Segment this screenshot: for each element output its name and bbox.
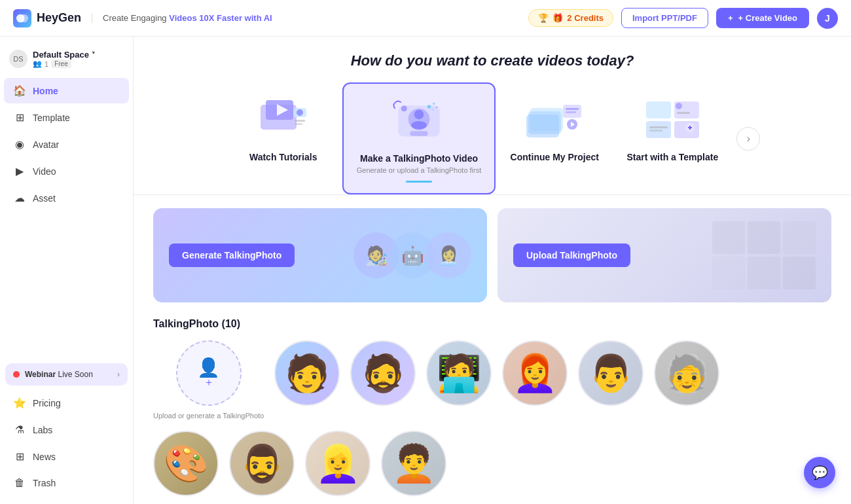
workspace-info: Default Space ˅ 👥 1 Free [33,50,124,68]
cards-next-arrow[interactable]: › [736,127,760,151]
home-label: Home [33,86,58,96]
nav-bottom: ⭐ Pricing ⚗ Labs ⊞ News 🗑 Trash [0,389,133,496]
upload-talkingphoto-card[interactable]: Upload TalkingPhoto [498,208,831,302]
trash-label: Trash [33,478,56,488]
plus-icon: + [728,13,733,23]
import-button[interactable]: Import PPT/PDF [621,8,708,28]
avatar-emoji-1: 🧑 [285,352,330,395]
credits-count: 2 Credits [567,13,604,23]
card-continue-project[interactable]: Continue My Project [496,82,613,173]
svg-point-16 [431,109,434,111]
webinar-text: Webinar Live Soon [25,370,112,379]
news-icon: ⊞ [13,450,26,463]
svg-rect-23 [566,108,579,110]
sidebar-item-avatar[interactable]: ◉ Avatar [4,132,129,157]
upload-talkingphoto-button[interactable]: Upload TalkingPhoto [513,243,630,267]
chat-button[interactable]: 💬 [804,457,835,488]
sidebar-item-news[interactable]: ⊞ News [4,444,129,469]
photo-item-9[interactable]: 👱‍♀️ [305,431,371,496]
home-icon: 🏠 [13,84,26,97]
asset-label: Asset [33,193,56,204]
tutorial-illustration [251,93,316,145]
webinar-banner[interactable]: Webinar Live Soon › [5,363,128,386]
photo-item-6[interactable]: 🧓 [654,340,719,420]
live-dot [13,371,20,378]
user-avatar[interactable]: J [817,8,838,29]
photo-item-7[interactable]: 🎨 [153,431,219,496]
labs-label: Labs [33,425,52,435]
nav-right: 🏆 🎁 2 Credits Import PPT/PDF + + Create … [528,8,838,29]
avatar-circle-9: 👱‍♀️ [305,431,371,496]
photo-item-3[interactable]: 🧑‍💻 [426,340,492,420]
avatar-circle-3: 🧑‍💻 [426,340,492,406]
add-new-circle[interactable]: 👤 ＋ [176,340,242,406]
tagline-text: Create Engaging [103,13,169,23]
sidebar-item-template[interactable]: ⊞ Template [4,105,129,130]
svg-point-17 [436,107,438,109]
photo-item-5[interactable]: 👨 [578,340,643,420]
photo-item-2[interactable]: 🧔 [350,340,416,420]
sidebar-item-video[interactable]: ▶ Video [4,158,129,184]
generate-talkingphoto-button[interactable]: Generate TalkingPhoto [169,243,295,267]
card-start-template[interactable]: Start with a Template [613,82,731,173]
avatar-circle-2: 🧔 [350,340,416,406]
sidebar-item-labs[interactable]: ⚗ Labs [4,417,129,442]
sidebar-item-pricing[interactable]: ⭐ Pricing [4,390,129,416]
photo-item-10[interactable]: 🧑‍🦱 [381,431,446,496]
avatar-circle-6: 🧓 [654,340,719,406]
avatar-emoji-6: 🧓 [664,352,710,395]
continue-label: Continue My Project [511,152,599,162]
avatar-emoji-9: 👱‍♀️ [316,442,361,485]
photo-item-8[interactable]: 🧔‍♂️ [229,431,295,496]
generate-bg-faces: 🧑‍🎨 🤖 👩‍💼 [353,232,471,278]
photo-item-4[interactable]: 👩‍🦰 [502,340,568,420]
generate-talkingphoto-card[interactable]: Generate TalkingPhoto 🧑‍🎨 🤖 👩‍💼 [153,208,487,302]
action-cards-row: Generate TalkingPhoto 🧑‍🎨 🤖 👩‍💼 Upload T… [153,208,831,302]
avatar-circle-1: 🧑 [274,340,340,406]
continue-illustration [522,93,587,145]
news-label: News [33,452,56,462]
avatar-emoji-4: 👩‍🦰 [513,352,558,395]
gen-face-3: 👩‍💼 [426,232,471,278]
topnav: HeyGen Create Engaging Videos 10X Faster… [0,0,851,37]
logo[interactable]: HeyGen [13,9,81,27]
avatar-emoji-3: 🧑‍💻 [437,352,482,395]
upload-bg-grid [712,221,816,289]
chevron-down-icon: ˅ [92,51,95,58]
photo-add-new[interactable]: 👤 ＋ Upload or generate a TalkingPhoto [153,340,264,420]
sidebar-item-home[interactable]: 🏠 Home [4,78,129,103]
talkingphoto-section: Generate TalkingPhoto 🧑‍🎨 🤖 👩‍💼 Upload T… [134,195,851,504]
sidebar-item-asset[interactable]: ☁ Asset [4,185,129,211]
avatar-icon: ◉ [13,138,26,151]
create-video-button[interactable]: + + Create Video [716,8,809,28]
layout: DS Default Space ˅ 👥 1 Free 🏠 Home ⊞ Tem… [0,37,851,504]
svg-point-1 [20,14,28,22]
pricing-label: Pricing [33,398,61,408]
gift-icon: 🎁 [552,13,563,23]
svg-rect-32 [677,112,690,114]
svg-point-15 [433,103,435,105]
members-icon: 👥 [33,60,42,68]
workspace-selector[interactable]: DS Default Space ˅ 👥 1 Free [0,45,133,77]
template-illustration [640,93,705,145]
svg-rect-7 [295,120,305,122]
avatar-circle-4: 👩‍🦰 [502,340,568,406]
add-label: Upload or generate a TalkingPhoto [153,411,264,420]
avatar-circle-7: 🎨 [153,431,219,496]
hero-section: How do you want to create videos today? [134,37,851,194]
svg-rect-33 [649,126,668,128]
svg-point-14 [427,105,431,108]
photo-item-1[interactable]: 🧑 [274,340,340,420]
trash-icon: 🗑 [13,477,26,489]
svg-point-12 [411,121,427,130]
card-watch-tutorials[interactable]: Watch Tutorials [225,82,342,173]
sidebar-item-trash[interactable]: 🗑 Trash [4,471,129,495]
credits-badge[interactable]: 🏆 🎁 2 Credits [528,9,613,27]
brand-name: HeyGen [37,11,81,25]
pricing-icon: ⭐ [13,397,26,409]
avatar-emoji-5: 👨 [588,352,634,395]
add-icon: ＋ [204,376,214,389]
talkingphoto-illustration [386,94,452,147]
card-talking-photo[interactable]: Make a TalkingPhoto Video Generate or up… [342,82,496,194]
workspace-name: Default Space ˅ [33,50,124,60]
